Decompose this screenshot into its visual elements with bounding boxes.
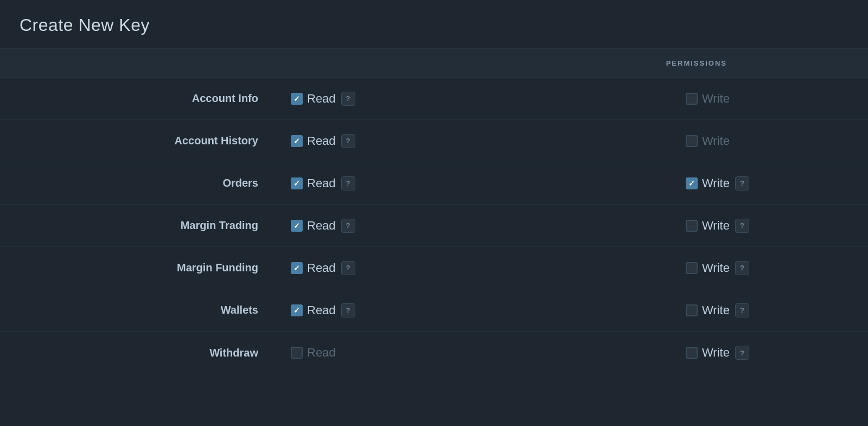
permission-row: WithdrawReadWrite? <box>0 332 868 374</box>
write-section: Write? <box>686 219 848 233</box>
write-checkbox[interactable] <box>686 177 698 189</box>
permissions-header-label: PERMISSIONS <box>666 59 727 67</box>
read-label: Read <box>307 303 336 317</box>
read-section: Read <box>291 346 486 360</box>
read-checkbox-wrapper[interactable]: Read <box>291 261 336 275</box>
read-label: Read <box>307 92 336 106</box>
read-section: Read? <box>291 176 486 190</box>
read-checkbox[interactable] <box>291 347 303 359</box>
read-checkbox[interactable] <box>291 220 303 232</box>
write-checkbox-wrapper: Write <box>686 134 730 148</box>
read-section: Read? <box>291 92 486 106</box>
write-checkbox[interactable] <box>686 304 698 316</box>
permission-name: Account History <box>20 135 291 147</box>
read-checkbox[interactable] <box>291 262 303 274</box>
read-checkbox[interactable] <box>291 135 303 147</box>
permission-row: Margin FundingRead?Write? <box>0 247 868 289</box>
write-section: Write? <box>686 261 848 275</box>
read-section: Read? <box>291 303 486 317</box>
read-label: Read <box>307 346 336 360</box>
read-label: Read <box>307 261 336 275</box>
write-help-icon[interactable]: ? <box>735 219 749 233</box>
write-checkbox[interactable] <box>686 262 698 274</box>
write-checkbox[interactable] <box>686 347 698 359</box>
write-help-icon[interactable]: ? <box>735 176 749 190</box>
read-section: Read? <box>291 219 486 233</box>
read-label: Read <box>307 176 336 190</box>
write-checkbox-wrapper[interactable]: Write <box>686 303 730 317</box>
permission-name: Account Info <box>20 92 291 105</box>
read-label: Read <box>307 219 336 233</box>
permission-row: Margin TradingRead?Write? <box>0 205 868 247</box>
write-checkbox-wrapper[interactable]: Write <box>686 261 730 275</box>
write-checkbox-wrapper: Write <box>686 92 730 106</box>
page-title: Create New Key <box>20 15 848 35</box>
permissions-header-row: PERMISSIONS <box>0 49 868 78</box>
permission-row: Account HistoryRead?Write <box>0 120 868 162</box>
write-help-icon[interactable]: ? <box>735 303 749 317</box>
write-help-icon[interactable]: ? <box>735 346 749 360</box>
read-help-icon[interactable]: ? <box>341 92 355 106</box>
read-checkbox[interactable] <box>291 304 303 316</box>
write-checkbox <box>686 93 698 105</box>
read-checkbox-wrapper[interactable]: Read <box>291 219 336 233</box>
write-checkbox-wrapper[interactable]: Write <box>686 219 730 233</box>
permission-name: Wallets <box>20 304 291 316</box>
write-checkbox <box>686 135 698 147</box>
read-help-icon[interactable]: ? <box>341 219 355 233</box>
read-help-icon[interactable]: ? <box>341 303 355 317</box>
write-label: Write <box>702 176 730 190</box>
read-checkbox[interactable] <box>291 177 303 189</box>
write-label: Write <box>702 261 730 275</box>
write-checkbox[interactable] <box>686 220 698 232</box>
read-checkbox[interactable] <box>291 93 303 105</box>
permission-row: OrdersRead?Write? <box>0 162 868 205</box>
write-checkbox-wrapper[interactable]: Write <box>686 346 730 360</box>
write-help-icon[interactable]: ? <box>735 261 749 275</box>
write-label: Write <box>702 219 730 233</box>
permission-row: WalletsRead?Write? <box>0 289 868 332</box>
page-title-section: Create New Key <box>0 0 868 48</box>
read-help-icon[interactable]: ? <box>341 176 355 190</box>
permission-name: Margin Trading <box>20 219 291 232</box>
read-checkbox-wrapper[interactable]: Read <box>291 303 336 317</box>
write-section: Write <box>686 92 848 106</box>
page-container: Create New Key PERMISSIONS Account InfoR… <box>0 0 868 426</box>
write-checkbox-wrapper[interactable]: Write <box>686 176 730 190</box>
write-label: Write <box>702 303 730 317</box>
write-label: Write <box>702 134 730 148</box>
permission-name: Margin Funding <box>20 262 291 274</box>
write-label: Write <box>702 92 730 106</box>
write-section: Write <box>686 134 848 148</box>
read-help-icon[interactable]: ? <box>341 134 355 148</box>
permission-name: Withdraw <box>20 347 291 359</box>
permission-name: Orders <box>20 177 291 189</box>
read-checkbox-wrapper[interactable]: Read <box>291 92 336 106</box>
write-section: Write? <box>686 346 848 360</box>
write-section: Write? <box>686 176 848 190</box>
read-section: Read? <box>291 261 486 275</box>
read-checkbox-wrapper[interactable]: Read <box>291 176 336 190</box>
read-section: Read? <box>291 134 486 148</box>
read-label: Read <box>307 134 336 148</box>
read-help-icon[interactable]: ? <box>341 261 355 275</box>
write-section: Write? <box>686 303 848 317</box>
permission-row: Account InfoRead?Write <box>0 78 868 120</box>
read-checkbox-wrapper[interactable]: Read <box>291 346 336 360</box>
read-checkbox-wrapper[interactable]: Read <box>291 134 336 148</box>
permissions-table: Account InfoRead?WriteAccount HistoryRea… <box>0 78 868 426</box>
write-label: Write <box>702 346 730 360</box>
